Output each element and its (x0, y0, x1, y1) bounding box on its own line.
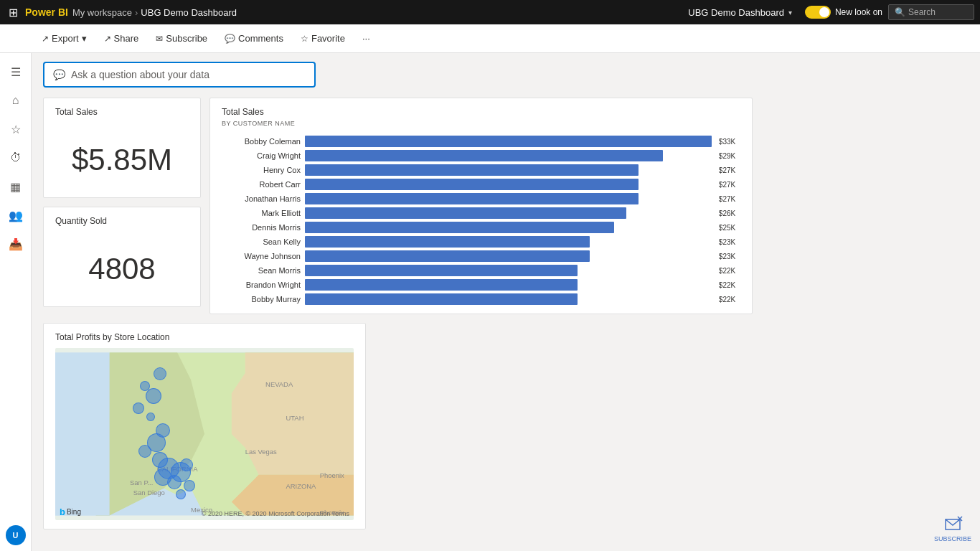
qa-placeholder-text: Ask a question about your data (71, 69, 209, 80)
sidebar-item-apps[interactable]: ▦ (3, 174, 29, 199)
bar-container (305, 136, 712, 147)
subscribe-label: Subscribe (166, 33, 207, 44)
svg-text:ARIZONA: ARIZONA (286, 482, 316, 490)
bar-label: Wayne Johnson (222, 252, 301, 260)
bar-label: Robert Carr (222, 180, 301, 189)
bar-container (305, 279, 712, 291)
total-sales-title: Total Sales (55, 107, 189, 117)
search-input[interactable] (908, 7, 966, 17)
subscribe-watermark-label: SUBSCRIBE (934, 535, 971, 542)
sidebar-item-learn[interactable]: 📥 (3, 231, 29, 257)
qa-icon: 💬 (53, 69, 65, 80)
bar-value: $22K (719, 296, 740, 303)
bar-value: $23K (719, 253, 740, 260)
favorite-button[interactable]: ☆ Favorite (293, 30, 352, 47)
new-look-label: New look on (835, 7, 882, 17)
quantity-sold-value: 4808 (55, 240, 189, 298)
new-look-toggle[interactable] (805, 6, 831, 19)
sidebar-item-menu[interactable]: ☰ (3, 59, 29, 85)
bar-label: Bobby Coleman (222, 137, 301, 146)
export-icon: ↗ (42, 34, 49, 44)
dashboard-row-2: Total Profits by Store Location (43, 323, 969, 529)
bar-row: Bobby Murray$22K (222, 293, 740, 305)
subscribe-button[interactable]: ✉ Subscribe (149, 30, 215, 47)
bar-label: Mark Elliott (222, 209, 301, 217)
sidebar-item-shared[interactable]: 👥 (3, 202, 29, 228)
waffle-menu[interactable]: ⊞ (6, 3, 21, 22)
comments-button[interactable]: 💬 Comments (217, 30, 291, 47)
main-content: 💬 Ask a question about your data Total S… (32, 53, 980, 551)
export-button[interactable]: ↗ Export ▾ (34, 30, 94, 47)
svg-rect-5 (55, 353, 110, 516)
comments-label: Comments (238, 33, 283, 44)
svg-text:UTAH: UTAH (286, 414, 303, 422)
bar-chart-title: Total Sales (222, 107, 740, 117)
bar-container (305, 150, 712, 161)
export-label: Export (52, 33, 79, 44)
more-options-button[interactable]: ··· (355, 30, 377, 47)
subscribe-icon: ✉ (156, 34, 163, 44)
bar-value: $27K (719, 166, 740, 174)
svg-text:NEVADA: NEVADA (265, 380, 293, 388)
bar-row: Bobby Coleman$33K (222, 136, 740, 147)
sidebar-item-recent[interactable]: ⏱ (3, 145, 29, 171)
dashboard-title-nav: UBG Demo Dashboard (688, 7, 784, 18)
bar-container (305, 193, 712, 204)
bar-container (305, 164, 712, 176)
bar-fill (305, 179, 639, 190)
top-nav: ⊞ Power BI My workspace › UBG Demo Dashb… (0, 0, 980, 24)
bar-container (305, 207, 712, 219)
bar-fill (305, 250, 590, 262)
bar-value: $26K (719, 209, 740, 217)
svg-text:San Diego: San Diego (133, 489, 165, 496)
bar-value: $22K (719, 267, 740, 275)
qa-bar[interactable]: 💬 Ask a question about your data (43, 62, 316, 88)
bar-row: Sean Morris$22K (222, 265, 740, 276)
bar-value: $27K (719, 195, 740, 203)
bar-value: $33K (719, 138, 740, 146)
bar-fill (305, 293, 578, 305)
sidebar-item-favorites[interactable]: ☆ (3, 116, 29, 142)
bar-value: $27K (719, 181, 740, 189)
dashboard-dropdown-icon[interactable]: ▾ (788, 9, 792, 17)
bar-label: Dennis Morris (222, 223, 301, 232)
share-button[interactable]: ↗ Share (97, 30, 146, 47)
search-box[interactable]: 🔍 (888, 4, 974, 20)
workspace-link[interactable]: My workspace (72, 7, 132, 18)
bar-row: Sean Kelly$23K (222, 236, 740, 248)
quantity-sold-card: Quantity Sold 4808 (43, 207, 201, 307)
export-chevron: ▾ (82, 33, 87, 44)
bar-row: Brandon Wright$22K (222, 279, 740, 291)
subscribe-watermark: SUBSCRIBE (934, 514, 971, 542)
bar-label: Craig Wright (222, 151, 301, 160)
current-page: UBG Demo Dashboard (141, 7, 237, 18)
bar-fill (305, 150, 663, 161)
favorite-icon: ☆ (301, 34, 308, 44)
bar-row: Henry Cox$27K (222, 164, 740, 176)
map-card-title: Total Profits by Store Location (55, 332, 354, 342)
bar-row: Craig Wright$29K (222, 150, 740, 161)
bar-label: Sean Morris (222, 266, 301, 275)
bar-container (305, 236, 712, 248)
bar-value: $25K (719, 224, 740, 232)
map-copyright: © 2020 HERE, © 2020 Microsoft Corporatio… (202, 510, 349, 517)
bar-label: Henry Cox (222, 166, 301, 174)
bar-value: $23K (719, 238, 740, 246)
favorite-label: Favorite (311, 33, 345, 44)
map-dot (176, 489, 186, 499)
powerbi-logo: Power BI (25, 6, 68, 18)
svg-text:Las Vegas: Las Vegas (245, 448, 277, 456)
bar-row: Dennis Morris$25K (222, 222, 740, 233)
avatar[interactable]: U (6, 525, 26, 545)
layout: ☰ ⌂ ☆ ⏱ ▦ 👥 📥 U 💬 Ask a question about y… (0, 53, 980, 551)
bar-container (305, 265, 712, 276)
bar-fill (305, 222, 614, 233)
bar-label: Sean Kelly (222, 237, 301, 246)
bar-label: Jonathan Harris (222, 194, 301, 203)
bar-fill (305, 136, 712, 147)
sidebar-item-home[interactable]: ⌂ (3, 88, 29, 113)
bar-fill (305, 207, 626, 219)
bar-label: Bobby Murray (222, 295, 301, 303)
sidebar: ☰ ⌂ ☆ ⏱ ▦ 👥 📥 U (0, 53, 32, 551)
dashboard-row-1: Total Sales $5.85M Quantity Sold 4808 To… (43, 98, 969, 314)
